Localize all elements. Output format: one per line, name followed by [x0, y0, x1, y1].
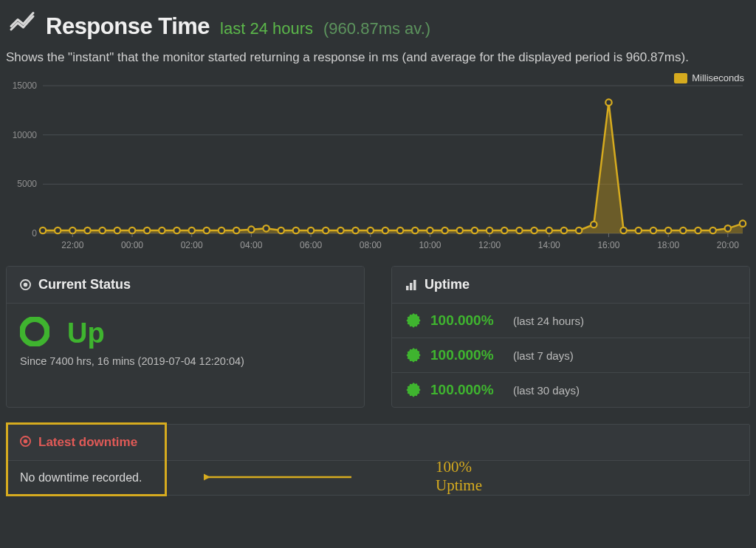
- svg-text:20:00: 20:00: [717, 240, 739, 250]
- svg-point-21: [233, 227, 239, 233]
- svg-text:08:00: 08:00: [360, 240, 382, 250]
- svg-text:10:00: 10:00: [419, 240, 441, 250]
- svg-point-25: [293, 227, 299, 233]
- svg-point-46: [605, 99, 611, 105]
- panels-row: Current Status Up Since 7400 hrs, 16 min…: [6, 266, 750, 408]
- latest-downtime-wrap: Latest downtime No downtime recorded. 10…: [6, 424, 750, 496]
- svg-point-29: [352, 227, 358, 233]
- svg-rect-83: [406, 286, 409, 290]
- svg-point-20: [219, 227, 224, 233]
- svg-text:18:00: 18:00: [657, 240, 679, 250]
- latest-downtime-header: Latest downtime: [7, 425, 749, 461]
- latest-downtime-body: No downtime recorded.: [7, 461, 749, 495]
- svg-point-41: [531, 227, 537, 233]
- svg-point-22: [248, 226, 254, 232]
- uptime-header: Uptime: [392, 267, 749, 304]
- svg-point-44: [576, 227, 582, 233]
- record-icon: [20, 279, 31, 290]
- legend-swatch-icon: [674, 73, 687, 83]
- svg-point-19: [204, 227, 210, 233]
- svg-point-27: [323, 227, 329, 233]
- svg-point-49: [650, 227, 656, 233]
- svg-point-54: [725, 225, 731, 231]
- chart-line-icon: [9, 7, 35, 37]
- uptime-pct: 100.000%: [430, 312, 504, 329]
- svg-text:22:00: 22:00: [61, 240, 83, 250]
- svg-point-14: [129, 227, 135, 233]
- latest-downtime-card: Latest downtime No downtime recorded.: [6, 424, 750, 496]
- svg-point-31: [382, 227, 388, 233]
- svg-point-34: [427, 227, 433, 233]
- svg-text:02:00: 02:00: [181, 240, 203, 250]
- svg-rect-85: [413, 280, 416, 290]
- svg-point-50: [665, 227, 671, 233]
- uptime-card: Uptime 100.000% (last 24 hours) 100.000%…: [391, 266, 750, 408]
- uptime-pct: 100.000%: [430, 347, 504, 363]
- svg-point-33: [412, 227, 418, 233]
- svg-point-45: [591, 222, 597, 227]
- svg-text:0: 0: [32, 228, 37, 239]
- bar-chart-icon: [405, 279, 417, 291]
- badge-icon: [405, 347, 422, 363]
- svg-point-23: [263, 225, 269, 231]
- svg-point-47: [620, 227, 626, 233]
- svg-point-30: [368, 227, 374, 233]
- current-status-title: Current Status: [38, 277, 131, 292]
- svg-text:10000: 10000: [13, 130, 38, 140]
- svg-text:04:00: 04:00: [240, 240, 262, 250]
- badge-icon: [405, 382, 422, 398]
- page-title-row: Response Time last 24 hours (960.87ms av…: [6, 7, 750, 40]
- page-description: Shows the "instant" that the monitor sta…: [6, 50, 750, 65]
- svg-point-36: [457, 227, 463, 233]
- uptime-title: Uptime: [425, 277, 470, 292]
- svg-point-11: [84, 227, 90, 233]
- svg-text:00:00: 00:00: [121, 240, 143, 250]
- svg-point-32: [397, 227, 403, 233]
- uptime-row-0: 100.000% (last 24 hours): [392, 304, 749, 338]
- status-since: Since 7400 hrs, 16 mins (2019-07-04 12:2…: [7, 355, 364, 388]
- svg-point-53: [709, 227, 715, 233]
- uptime-range: (last 24 hours): [513, 315, 584, 327]
- latest-downtime-title: Latest downtime: [38, 435, 137, 450]
- svg-point-42: [546, 227, 552, 233]
- svg-text:5000: 5000: [17, 179, 37, 189]
- svg-point-24: [278, 227, 284, 233]
- svg-point-26: [308, 227, 314, 233]
- svg-point-12: [99, 227, 105, 233]
- svg-point-9: [55, 227, 61, 233]
- svg-point-87: [24, 439, 28, 443]
- svg-text:15000: 15000: [13, 81, 38, 91]
- uptime-range: (last 30 days): [513, 384, 580, 397]
- chart-legend: Milliseconds: [674, 72, 744, 83]
- svg-text:16:00: 16:00: [597, 240, 619, 250]
- svg-point-55: [740, 220, 746, 226]
- legend-label: Milliseconds: [692, 72, 744, 83]
- svg-point-35: [441, 227, 447, 233]
- current-status-card: Current Status Up Since 7400 hrs, 16 min…: [6, 266, 365, 408]
- uptime-row-2: 100.000% (last 30 days): [392, 373, 749, 407]
- svg-point-16: [159, 227, 165, 233]
- svg-point-18: [189, 227, 195, 233]
- uptime-row-1: 100.000% (last 7 days): [392, 338, 749, 373]
- svg-point-40: [516, 227, 522, 233]
- svg-point-43: [561, 227, 567, 233]
- svg-point-17: [173, 227, 179, 233]
- svg-point-37: [472, 227, 478, 233]
- badge-icon: [405, 312, 422, 329]
- svg-point-38: [487, 227, 492, 233]
- svg-point-28: [337, 227, 343, 233]
- svg-point-81: [24, 283, 28, 287]
- svg-point-13: [114, 227, 120, 233]
- current-status-header: Current Status: [7, 267, 364, 304]
- status-up-label: Up: [67, 318, 105, 349]
- svg-point-10: [69, 227, 75, 233]
- svg-point-48: [636, 227, 642, 233]
- page-title: Response Time: [46, 13, 210, 40]
- svg-text:12:00: 12:00: [478, 240, 501, 250]
- svg-text:14:00: 14:00: [538, 240, 560, 250]
- response-time-chart[interactable]: Milliseconds 05000100001500022:0000:0002…: [6, 71, 750, 256]
- svg-rect-84: [410, 283, 413, 290]
- svg-point-8: [40, 227, 46, 233]
- svg-point-15: [144, 227, 150, 233]
- record-icon: [20, 436, 31, 450]
